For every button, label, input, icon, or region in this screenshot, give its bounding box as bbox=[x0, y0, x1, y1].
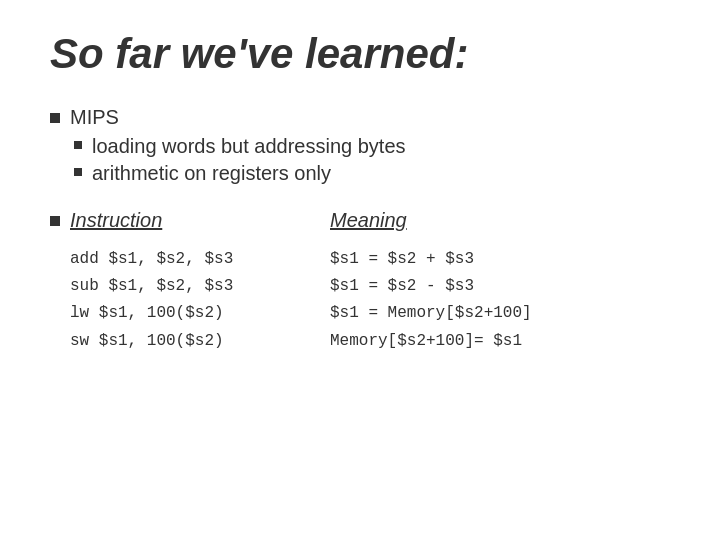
bullet-dot-mips bbox=[50, 113, 60, 123]
code-block: add $s1, $s2, $s3 sub $s1, $s2, $s3 lw $… bbox=[70, 246, 532, 355]
mips-bullet: MIPS bbox=[50, 106, 670, 129]
mips-label: MIPS bbox=[70, 106, 119, 129]
instruction-bullet-row: Instruction Meaning add $s1, $s2, $s3 su… bbox=[50, 209, 670, 355]
mips-sub-item-1: loading words but addressing bytes bbox=[74, 135, 670, 158]
instruction-line-4: sw $s1, 100($s2) bbox=[70, 328, 330, 355]
instruction-header: Instruction bbox=[70, 209, 330, 232]
code-meanings: $s1 = $s2 + $s3 $s1 = $s2 - $s3 $s1 = Me… bbox=[330, 246, 532, 355]
mips-section: MIPS loading words but addressing bytes … bbox=[50, 106, 670, 185]
sub-bullet-dot-2 bbox=[74, 168, 82, 176]
code-instructions: add $s1, $s2, $s3 sub $s1, $s2, $s3 lw $… bbox=[70, 246, 330, 355]
meaning-line-3: $s1 = Memory[$s2+100] bbox=[330, 300, 532, 327]
mips-sub-text-1: loading words but addressing bytes bbox=[92, 135, 406, 158]
bullet-dot-instruction bbox=[50, 216, 60, 226]
slide-title: So far we've learned: bbox=[50, 30, 670, 78]
meaning-line-2: $s1 = $s2 - $s3 bbox=[330, 273, 532, 300]
mips-sub-text-2: arithmetic on registers only bbox=[92, 162, 331, 185]
content-area: MIPS loading words but addressing bytes … bbox=[50, 106, 670, 361]
instruction-line-1: add $s1, $s2, $s3 bbox=[70, 246, 330, 273]
meaning-line-1: $s1 = $s2 + $s3 bbox=[330, 246, 532, 273]
slide: So far we've learned: MIPS loading words… bbox=[0, 0, 720, 540]
meaning-header: Meaning bbox=[330, 209, 407, 232]
instruction-line-3: lw $s1, 100($s2) bbox=[70, 300, 330, 327]
instruction-line-2: sub $s1, $s2, $s3 bbox=[70, 273, 330, 300]
meaning-line-4: Memory[$s2+100]= $s1 bbox=[330, 328, 532, 355]
mips-sub-item-2: arithmetic on registers only bbox=[74, 162, 670, 185]
instruction-section: Instruction Meaning add $s1, $s2, $s3 su… bbox=[70, 209, 532, 355]
sub-bullet-dot-1 bbox=[74, 141, 82, 149]
headers-row: Instruction Meaning bbox=[70, 209, 532, 232]
mips-sub-bullets: loading words but addressing bytes arith… bbox=[74, 135, 670, 185]
